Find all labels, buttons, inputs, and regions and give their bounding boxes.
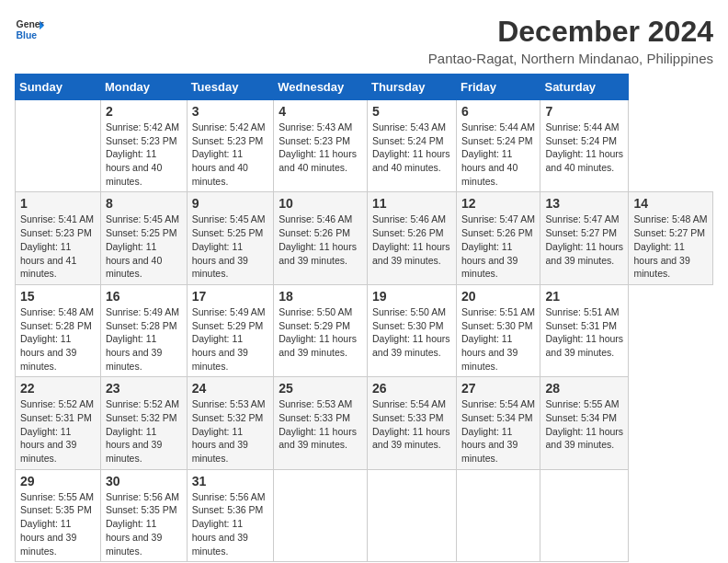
day-number: 3 <box>192 104 269 119</box>
table-row: 24 Sunrise: 5:53 AM Sunset: 5:32 PM Dayl… <box>187 377 274 469</box>
header-monday: Monday <box>100 75 187 100</box>
day-number: 4 <box>279 104 362 119</box>
subtitle: Pantao-Ragat, Northern Mindanao, Philipp… <box>428 51 713 66</box>
header-tuesday: Tuesday <box>187 75 274 100</box>
day-number: 8 <box>106 196 182 211</box>
table-row: 5 Sunrise: 5:43 AM Sunset: 5:24 PM Dayli… <box>367 100 456 192</box>
day-info: Sunrise: 5:43 AM Sunset: 5:23 PM Dayligh… <box>279 121 362 175</box>
day-number: 23 <box>106 381 182 396</box>
day-number: 25 <box>279 381 362 396</box>
day-number: 9 <box>192 196 269 211</box>
day-info: Sunrise: 5:50 AM Sunset: 5:29 PM Dayligh… <box>279 305 362 360</box>
day-number: 5 <box>372 104 451 119</box>
day-info: Sunrise: 5:42 AM Sunset: 5:23 PM Dayligh… <box>192 121 269 188</box>
day-number: 27 <box>461 381 535 396</box>
day-info: Sunrise: 5:56 AM Sunset: 5:36 PM Dayligh… <box>192 490 269 557</box>
day-number: 1 <box>20 196 96 211</box>
calendar-table: Sunday Monday Tuesday Wednesday Thursday… <box>15 74 713 562</box>
day-info: Sunrise: 5:53 AM Sunset: 5:32 PM Dayligh… <box>192 397 269 465</box>
header-sunday: Sunday <box>16 75 101 100</box>
table-row: 20 Sunrise: 5:51 AM Sunset: 5:30 PM Dayl… <box>456 284 540 376</box>
calendar-row: 22 Sunrise: 5:52 AM Sunset: 5:31 PM Dayl… <box>16 377 713 469</box>
table-row: 31 Sunrise: 5:56 AM Sunset: 5:36 PM Dayl… <box>187 469 274 561</box>
header-area: General Blue December 2024 Pantao-Ragat,… <box>15 15 713 66</box>
day-info: Sunrise: 5:42 AM Sunset: 5:23 PM Dayligh… <box>106 121 182 188</box>
table-row: 1 Sunrise: 5:41 AM Sunset: 5:23 PM Dayli… <box>16 192 101 284</box>
table-row: 10 Sunrise: 5:46 AM Sunset: 5:26 PM Dayl… <box>274 192 368 284</box>
day-info: Sunrise: 5:54 AM Sunset: 5:33 PM Dayligh… <box>372 397 451 452</box>
main-title: December 2024 <box>428 15 713 49</box>
day-info: Sunrise: 5:47 AM Sunset: 5:27 PM Dayligh… <box>545 213 623 267</box>
day-info: Sunrise: 5:52 AM Sunset: 5:31 PM Dayligh… <box>20 397 96 465</box>
table-row: 13 Sunrise: 5:47 AM Sunset: 5:27 PM Dayl… <box>540 192 629 284</box>
svg-text:Blue: Blue <box>17 30 38 40</box>
table-row: 23 Sunrise: 5:52 AM Sunset: 5:32 PM Dayl… <box>100 377 187 469</box>
day-info: Sunrise: 5:55 AM Sunset: 5:34 PM Dayligh… <box>545 397 623 452</box>
day-info: Sunrise: 5:45 AM Sunset: 5:25 PM Dayligh… <box>192 213 269 280</box>
day-info: Sunrise: 5:48 AM Sunset: 5:27 PM Dayligh… <box>633 213 708 280</box>
table-row: 11 Sunrise: 5:46 AM Sunset: 5:26 PM Dayl… <box>367 192 456 284</box>
weekday-header-row: Sunday Monday Tuesday Wednesday Thursday… <box>16 75 713 100</box>
day-info: Sunrise: 5:52 AM Sunset: 5:32 PM Dayligh… <box>106 397 182 465</box>
day-info: Sunrise: 5:45 AM Sunset: 5:25 PM Dayligh… <box>106 213 182 280</box>
calendar-row: 15 Sunrise: 5:48 AM Sunset: 5:28 PM Dayl… <box>16 284 713 376</box>
day-number: 20 <box>461 289 535 304</box>
table-row <box>456 469 540 561</box>
day-info: Sunrise: 5:53 AM Sunset: 5:33 PM Dayligh… <box>279 397 362 452</box>
table-row: 22 Sunrise: 5:52 AM Sunset: 5:31 PM Dayl… <box>16 377 101 469</box>
table-row <box>367 469 456 561</box>
table-row: 30 Sunrise: 5:56 AM Sunset: 5:35 PM Dayl… <box>100 469 187 561</box>
table-row: 21 Sunrise: 5:51 AM Sunset: 5:31 PM Dayl… <box>540 284 629 376</box>
day-number: 28 <box>545 381 623 396</box>
day-number: 13 <box>545 196 623 211</box>
day-number: 10 <box>279 196 362 211</box>
header-thursday: Thursday <box>367 75 456 100</box>
table-row: 26 Sunrise: 5:54 AM Sunset: 5:33 PM Dayl… <box>367 377 456 469</box>
table-row: 3 Sunrise: 5:42 AM Sunset: 5:23 PM Dayli… <box>187 100 274 192</box>
calendar-row: 1 Sunrise: 5:41 AM Sunset: 5:23 PM Dayli… <box>16 192 713 284</box>
day-info: Sunrise: 5:48 AM Sunset: 5:28 PM Dayligh… <box>20 305 96 373</box>
table-row: 2 Sunrise: 5:42 AM Sunset: 5:23 PM Dayli… <box>100 100 187 192</box>
table-row <box>16 100 101 192</box>
logo-icon: General Blue <box>15 15 44 44</box>
day-info: Sunrise: 5:43 AM Sunset: 5:24 PM Dayligh… <box>372 121 451 175</box>
day-info: Sunrise: 5:47 AM Sunset: 5:26 PM Dayligh… <box>461 213 535 280</box>
table-row: 15 Sunrise: 5:48 AM Sunset: 5:28 PM Dayl… <box>16 284 101 376</box>
table-row <box>540 469 629 561</box>
day-info: Sunrise: 5:50 AM Sunset: 5:30 PM Dayligh… <box>372 305 451 360</box>
table-row: 7 Sunrise: 5:44 AM Sunset: 5:24 PM Dayli… <box>540 100 629 192</box>
day-number: 15 <box>20 289 96 304</box>
day-number: 2 <box>106 104 182 119</box>
calendar-row: 2 Sunrise: 5:42 AM Sunset: 5:23 PM Dayli… <box>16 100 713 192</box>
table-row: 16 Sunrise: 5:49 AM Sunset: 5:28 PM Dayl… <box>100 284 187 376</box>
header-friday: Friday <box>456 75 540 100</box>
table-row: 12 Sunrise: 5:47 AM Sunset: 5:26 PM Dayl… <box>456 192 540 284</box>
logo: General Blue <box>15 15 44 44</box>
day-number: 17 <box>192 289 269 304</box>
table-row: 9 Sunrise: 5:45 AM Sunset: 5:25 PM Dayli… <box>187 192 274 284</box>
table-row: 17 Sunrise: 5:49 AM Sunset: 5:29 PM Dayl… <box>187 284 274 376</box>
table-row: 29 Sunrise: 5:55 AM Sunset: 5:35 PM Dayl… <box>16 469 101 561</box>
table-row: 8 Sunrise: 5:45 AM Sunset: 5:25 PM Dayli… <box>100 192 187 284</box>
day-info: Sunrise: 5:56 AM Sunset: 5:35 PM Dayligh… <box>106 490 182 557</box>
header-saturday: Saturday <box>540 75 629 100</box>
day-number: 21 <box>545 289 623 304</box>
day-number: 12 <box>461 196 535 211</box>
day-number: 24 <box>192 381 269 396</box>
day-info: Sunrise: 5:41 AM Sunset: 5:23 PM Dayligh… <box>20 213 96 280</box>
day-info: Sunrise: 5:46 AM Sunset: 5:26 PM Dayligh… <box>279 213 362 267</box>
table-row: 6 Sunrise: 5:44 AM Sunset: 5:24 PM Dayli… <box>456 100 540 192</box>
day-info: Sunrise: 5:44 AM Sunset: 5:24 PM Dayligh… <box>461 121 535 188</box>
day-number: 29 <box>20 474 96 488</box>
day-info: Sunrise: 5:55 AM Sunset: 5:35 PM Dayligh… <box>20 490 96 557</box>
day-info: Sunrise: 5:46 AM Sunset: 5:26 PM Dayligh… <box>372 213 451 267</box>
table-row: 14 Sunrise: 5:48 AM Sunset: 5:27 PM Dayl… <box>629 192 713 284</box>
day-number: 16 <box>106 289 182 304</box>
day-number: 14 <box>633 196 708 211</box>
table-row: 4 Sunrise: 5:43 AM Sunset: 5:23 PM Dayli… <box>274 100 368 192</box>
day-number: 22 <box>20 381 96 396</box>
day-info: Sunrise: 5:51 AM Sunset: 5:30 PM Dayligh… <box>461 305 535 373</box>
day-info: Sunrise: 5:54 AM Sunset: 5:34 PM Dayligh… <box>461 397 535 465</box>
table-row: 19 Sunrise: 5:50 AM Sunset: 5:30 PM Dayl… <box>367 284 456 376</box>
day-number: 19 <box>372 289 451 304</box>
